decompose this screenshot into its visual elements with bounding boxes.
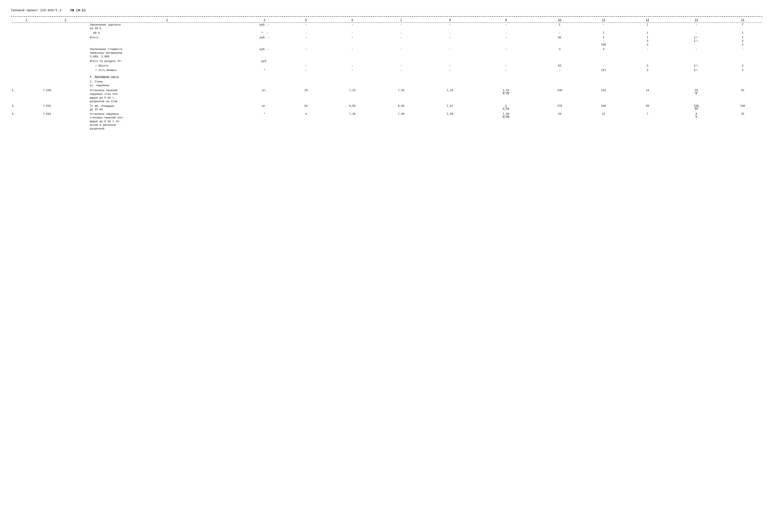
row-heading-walls: I. Стеныа). наружные: [11, 80, 762, 88]
cell-c1: [11, 47, 42, 59]
project-title: Типовой проект I25-045/I.2: [11, 9, 62, 12]
cell-num-3: 3.: [11, 112, 42, 131]
cell-code-1: 7-549: [42, 88, 89, 104]
cell-qty-3: 4: [284, 112, 328, 131]
cell-c8: –: [426, 31, 474, 36]
cell-col7-2: 9,63: [377, 104, 425, 112]
frac-den-9-2: 0,59: [502, 108, 510, 111]
row-stoimost: Увеличение стоимостипривозных материалов…: [11, 47, 762, 59]
cell-c2: [42, 31, 89, 36]
cell-c3: Увеличение стоимостипривозных материалов…: [89, 47, 245, 59]
cell-unit-2: шт.: [245, 104, 284, 112]
cell-c4: руб. –: [245, 47, 284, 59]
col-header-13: I3: [669, 18, 723, 23]
cell-c14: 4: [723, 64, 762, 68]
row-zarplata-40: Увеличение зарплатына 40 % руб. – – – – …: [11, 23, 762, 31]
cell-c1: [11, 36, 42, 47]
cell-c13: I/–: [669, 64, 723, 68]
cell-c8: –: [426, 68, 474, 73]
cell-c3: Итого:: [89, 36, 245, 47]
fraction-13-3: 8 2: [695, 113, 698, 119]
cell-c14: 4: [723, 68, 762, 73]
cell-col12-2: 99: [626, 104, 669, 112]
frac-den-13-3: 2: [695, 116, 698, 119]
row-7-561: 3. 7-56I Установка наружныхстеновых пане…: [11, 112, 762, 131]
cell-c6: –: [328, 47, 377, 59]
cell-c1: [11, 64, 42, 68]
row-itogo-1: Итого: руб. – – – – – – 80 I–IO8 I33 I/–…: [11, 36, 762, 47]
cell-c13: I/–: [669, 68, 723, 73]
column-header-row: I 2 3 4 5 6 7 8 9 IO II I2 I3 I4: [11, 18, 762, 23]
heading-walls-text: I. Стеныа). наружные: [89, 80, 762, 88]
cell-c14: I44: [723, 36, 762, 47]
cell-col13-3: 8 2: [669, 112, 723, 131]
frac-num-9-3: I,98: [502, 113, 510, 116]
cell-col8-2: I,67: [426, 104, 474, 112]
cell-col8-1: I,33: [426, 88, 474, 104]
cell-c7: –: [377, 36, 425, 47]
cell-c2: [42, 73, 89, 80]
cell-col9-2: 2 0,59: [474, 104, 538, 112]
cell-c2: [42, 47, 89, 59]
cell-col11-3: 3I: [582, 112, 626, 131]
fraction-9-2: 2 0,59: [502, 105, 510, 111]
cell-c1: [11, 80, 42, 88]
cell-c14: I: [723, 31, 762, 36]
cell-rest: [284, 59, 762, 64]
page-header: Типовой проект I25-045/I.2 УШ (8-2): [11, 9, 762, 12]
cell-c12: –: [626, 47, 669, 59]
cell-c9: –: [474, 47, 538, 59]
cell-c9: –: [474, 68, 538, 73]
frac-den-13-2: 32: [694, 108, 698, 111]
heading-b-label: Надземная часть: [95, 75, 119, 78]
cell-c4: руб. –: [245, 36, 284, 47]
cell-num-2: 2.: [11, 104, 42, 112]
cell-c2: [42, 64, 89, 68]
cell-desc-3: Установка наружныхстеновых панелей пло-щ…: [89, 112, 245, 131]
row-ust-ilimsk: г.Усть-Илимск " – – – – – – III 3 I/– 4: [11, 68, 762, 73]
top-dashed-rule: [11, 16, 762, 17]
col-header-2: 2: [42, 18, 89, 23]
frac-num-9-2: 2: [505, 105, 507, 108]
cell-c9: –: [474, 64, 538, 68]
col-header-14: I4: [723, 18, 762, 23]
cell-c5: –: [284, 64, 328, 68]
cell-c3: 60 %: [89, 31, 245, 36]
cell-col6-3: 7,26: [328, 112, 377, 131]
cell-c1: [11, 23, 42, 31]
cell-qty-1: I8: [284, 88, 328, 104]
cell-col10-1: I30: [538, 88, 582, 104]
cell-c2: [42, 80, 89, 88]
cell-c3: Итого по разделу IУ:: [89, 59, 245, 64]
cell-c4: руб.: [245, 59, 284, 64]
cell-c4: руб. –: [245, 23, 284, 31]
fraction-13-2: IO8 32: [694, 105, 699, 111]
cell-c10: 3: [538, 47, 582, 59]
cell-c7: –: [377, 31, 425, 36]
cell-col9-1: I,53 0,45: [474, 88, 538, 104]
cell-c12: 3: [626, 68, 669, 73]
cell-c6: –: [328, 64, 377, 68]
cell-c10: –: [538, 68, 582, 73]
cell-c2: [42, 36, 89, 47]
fraction-9-1: I,53 0,45: [502, 89, 510, 95]
cell-c11: –: [582, 23, 626, 31]
cell-col8-3: I,69: [426, 112, 474, 131]
cell-desc-1: Установка панелейнаружных стен пло-щадью…: [89, 88, 245, 104]
cell-c6: –: [328, 36, 377, 47]
cell-code-3: 7-56I: [42, 112, 89, 131]
cell-c14: Т: [723, 23, 762, 31]
col-header-4: 4: [245, 18, 284, 23]
col-header-9: 9: [474, 18, 538, 23]
cell-col10-3: 29: [538, 112, 582, 131]
col-header-1: I: [11, 18, 42, 23]
cell-c1: [11, 68, 42, 73]
row-7-552: 2. 7-552 То же, площадьюдо I5 м2 шт. 54 …: [11, 104, 762, 112]
row-zarplata-60: 60 % " – – – – – – – I I – I: [11, 31, 762, 36]
cell-c2: [42, 68, 89, 73]
frac-den-13-1: 8: [695, 92, 698, 95]
project-subtitle: УШ (8-2): [70, 9, 86, 12]
cell-code-2: 7-552: [42, 104, 89, 112]
cell-c5: –: [284, 68, 328, 73]
col-header-7: 7: [377, 18, 425, 23]
